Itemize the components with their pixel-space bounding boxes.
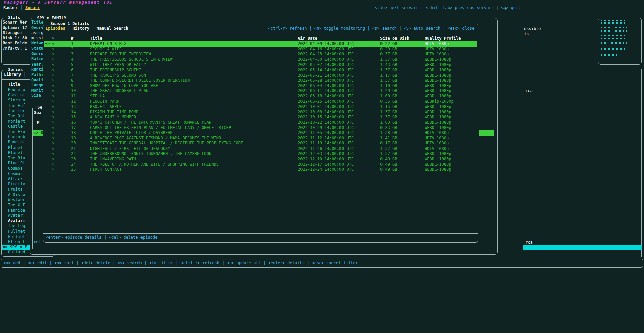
series-list-item[interactable]: Elfen L (2, 239, 30, 245)
episode-row[interactable]: ✎2SECURE A WIFE2022-04-16 14:00:00 UTC0.… (44, 47, 477, 52)
series-list-item[interactable]: Planet (2, 150, 30, 156)
series-list-item-selected[interactable]: => SPY x F (2, 245, 30, 250)
episode-row[interactable]: ✎11STELLA2022-06-18 14:00:00 UTC1.00 GBW… (44, 94, 477, 99)
series-list-item[interactable]: Outland (2, 250, 30, 255)
series-list-item[interactable]: Moriart (2, 119, 30, 124)
episode-row[interactable]: ✎16YOR'S KITCHEN / THE INFORMANT'S GREAT… (44, 120, 477, 125)
episode-quality: HDTV-1080p (425, 136, 449, 141)
selected-season-row-fragment[interactable]: => S (33, 130, 43, 136)
edit-pencil-icon: ✎ (52, 41, 54, 47)
series-list-item[interactable]: House o (2, 87, 30, 93)
episode-row[interactable]: ✎25FIRST CONTACT2022-12-24 14:00:00 UTC0… (44, 167, 477, 172)
series-list-item[interactable]: The Leg (2, 223, 30, 229)
series-list: House oGame ofStorm oThe EnfThe TerThe O… (2, 87, 30, 255)
episode-row[interactable]: ✎4THE PRESTIGIOUS SCHOOL'S INTERVIEW2022… (44, 57, 477, 63)
tab-manual-search[interactable]: Manual Search (97, 26, 128, 31)
episode-row[interactable]: ✎5WILL THEY PASS OR FAIL?2022-05-07 14:0… (44, 62, 477, 68)
tab-library[interactable]: Library (4, 72, 21, 77)
tab-episodes[interactable]: Episodes (46, 26, 65, 31)
episode-number: 1 (71, 41, 73, 47)
background-pane-border (523, 69, 523, 257)
series-list-item[interactable]: Planet (2, 145, 30, 151)
stats-line: Storage: (3, 30, 27, 36)
episode-row[interactable]: ✎8THE COUNTER-SECRET POLICE COVER OPERAT… (44, 78, 477, 83)
edit-pencil-icon: ✎ (52, 162, 54, 167)
series-list-item[interactable]: The X-F (2, 203, 30, 208)
episode-air-date: 2022-06-11 14:00:00 UTC (298, 88, 354, 94)
series-list-item[interactable]: Game of (2, 93, 30, 98)
background-text-fragment: is (524, 32, 529, 37)
series-list-item[interactable]: Westwor (2, 197, 30, 203)
episode-number: 10 (71, 88, 76, 94)
episode-row[interactable]: ✎19A REVENGE PLOT AGAINST DESMOND / MAMA… (44, 136, 477, 141)
episode-row[interactable]: ✎15A NEW FAMILY MEMBER2022-10-15 14:00:0… (44, 115, 477, 120)
episode-row[interactable]: ✎20INVESTIGATE THE GENERAL HOSPITAL / DE… (44, 141, 477, 146)
episode-row[interactable]: ✎22THE UNDERGROUND TENNIS TOURNAMENT: TH… (44, 151, 477, 157)
episode-row[interactable]: ✎12PENGUIN PARK2022-06-25 14:00:00 UTC0.… (44, 99, 477, 105)
series-list-item[interactable]: The Exo (2, 129, 30, 135)
series-list-item[interactable]: The Out (2, 114, 30, 119)
series-list-item[interactable]: Band of (2, 140, 30, 145)
series-panel-tabs: Library │ (4, 72, 28, 77)
episode-number: 23 (71, 157, 76, 162)
series-list-item[interactable]: Cosmos (2, 171, 30, 177)
episode-size: 0.17 GB (380, 141, 397, 146)
episode-title: CARRY OUT THE GRIFFIN PLAN / FULLMETAL L… (90, 125, 231, 131)
stats-line: Sonarr Ver (3, 20, 27, 25)
episode-air-date: 2022-05-21 14:00:00 UTC (298, 73, 354, 78)
episode-row[interactable]: ✎23THE UNWAVERING PATH2022-12-10 14:00:0… (44, 157, 477, 162)
episode-row[interactable]: ✎7THE TARGET'S SECOND SON2022-05-21 14:0… (44, 73, 477, 78)
series-list-item[interactable]: Hanniba (2, 208, 30, 213)
episode-size: 0.49 GB (380, 157, 397, 162)
episode-title: FIRST CONTACT (90, 167, 122, 172)
episode-row[interactable]: ✎14DISARM THE TIME BOMB2022-10-08 14:00:… (44, 110, 477, 115)
episode-title: A REVENGE PLOT AGAINST DESMOND / MAMA BE… (90, 136, 221, 141)
series-list-item[interactable]: The Ter (2, 108, 30, 114)
series-list-item[interactable]: Chernob (2, 134, 30, 140)
episode-title: DISARM THE TIME BOMB (90, 110, 139, 115)
season-details-tabs: Episodes │ History │ Manual Search (46, 26, 128, 31)
series-list-item[interactable]: The Blu (2, 156, 30, 161)
episode-row[interactable]: ✎6THE FRIENDSHIP SCHEME2022-05-14 14:00:… (44, 68, 477, 73)
episode-row[interactable]: ✎10THE GREAT DODGEBALL PLAN2022-06-11 14… (44, 88, 477, 94)
series-list-item[interactable]: Attack (2, 176, 30, 182)
episode-row[interactable]: ✎17CARRY OUT THE GRIFFIN PLAN / FULLMETA… (44, 125, 477, 131)
series-list-item[interactable]: Storm o (2, 98, 30, 103)
episode-size: 0.35 GB (380, 99, 397, 105)
series-list-item[interactable]: Cosmos (2, 166, 30, 171)
episode-air-date: 2022-04-30 14:00:00 UTC (298, 57, 354, 63)
episode-quality: HDTV-1080p (425, 52, 449, 57)
series-list-item[interactable]: The Enf (2, 103, 30, 109)
episode-title: NIGHTFALL / FIRST FIT OF JEALOUSY (90, 146, 170, 152)
tab-sonarr[interactable]: Sonarr (25, 5, 40, 10)
series-list-item[interactable]: Fullmet (2, 229, 30, 234)
episode-row[interactable]: ✎3PREPARE FOR THE INTERVIEW2022-04-23 14… (44, 52, 477, 57)
series-list-item[interactable]: Avatar: (2, 213, 30, 218)
episode-size: 1.37 GB (380, 110, 397, 115)
episode-row-selected[interactable]: =>✎1OPERATION STRIX2022-04-09 14:00:00 U… (44, 41, 477, 47)
series-list-item[interactable]: Blue Pl (2, 161, 30, 166)
tab-radarr[interactable]: Radarr (3, 5, 18, 10)
episode-row[interactable]: ✎24THE ROLE OF A MOTHER AND WIFE / SHOPP… (44, 162, 477, 167)
episode-row[interactable]: ✎13PROJECT APPLE2022-10-01 14:00:00 UTC1… (44, 104, 477, 110)
series-list-item[interactable]: Fruits (2, 187, 30, 192)
tab-history[interactable]: History (72, 26, 89, 31)
series-list-item[interactable]: Castle (2, 124, 30, 129)
series-list-item[interactable]: A Disco (2, 192, 30, 198)
episode-title: THE FRIENDSHIP SCHEME (90, 68, 141, 73)
episode-number: 17 (71, 125, 76, 131)
edit-pencil-icon: ✎ (52, 94, 54, 99)
series-list-item[interactable]: Firefly (2, 182, 30, 187)
episode-air-date: 2022-05-14 14:00:00 UTC (298, 68, 354, 73)
column-header-air-date: Air Date (298, 36, 317, 41)
episode-number: 6 (71, 68, 73, 73)
episode-quality: WEBDL-1080p (425, 157, 451, 162)
episode-row[interactable]: ✎9SHOW OFF HOW IN LOVE YOU ARE2022-06-04… (44, 83, 477, 89)
episode-number: 3 (71, 52, 73, 57)
episode-row[interactable]: ✎18UNCLE THE PRIVATE TUTOR / DAYBREAK202… (44, 130, 477, 136)
selected-season-row-fragment[interactable] (479, 130, 494, 136)
episode-row[interactable]: ✎21NIGHTFALL / FIRST FIT OF JEALOUSY2022… (44, 146, 477, 152)
series-list-item[interactable]: Fullmet (2, 234, 30, 240)
episode-air-date: 2022-06-25 14:00:00 UTC (298, 99, 354, 105)
series-list-item[interactable]: Avatar: (2, 218, 30, 224)
